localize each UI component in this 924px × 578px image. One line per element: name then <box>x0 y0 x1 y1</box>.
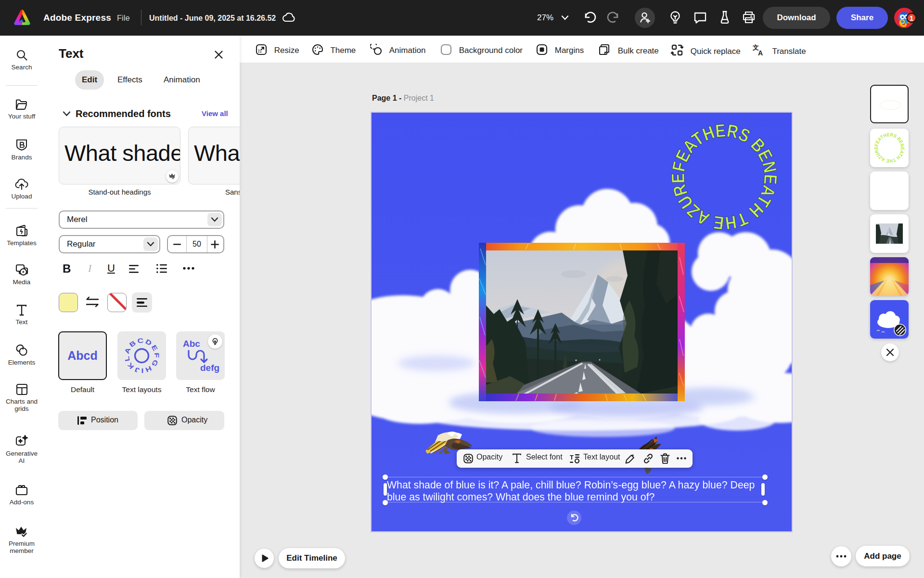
svg-text:FEATHERS BENEATH THE AZURE: FEATHERS BENEATH THE AZURE <box>873 132 905 164</box>
svg-text:Abc: Abc <box>183 339 200 349</box>
svg-text:T: T <box>570 454 574 461</box>
svg-text:1: 1 <box>910 14 913 22</box>
svg-text:ABCDEFGHIJKL: ABCDEFGHIJKL <box>124 338 159 373</box>
svg-text:A: A <box>758 49 763 56</box>
svg-text:defg: defg <box>200 363 219 373</box>
